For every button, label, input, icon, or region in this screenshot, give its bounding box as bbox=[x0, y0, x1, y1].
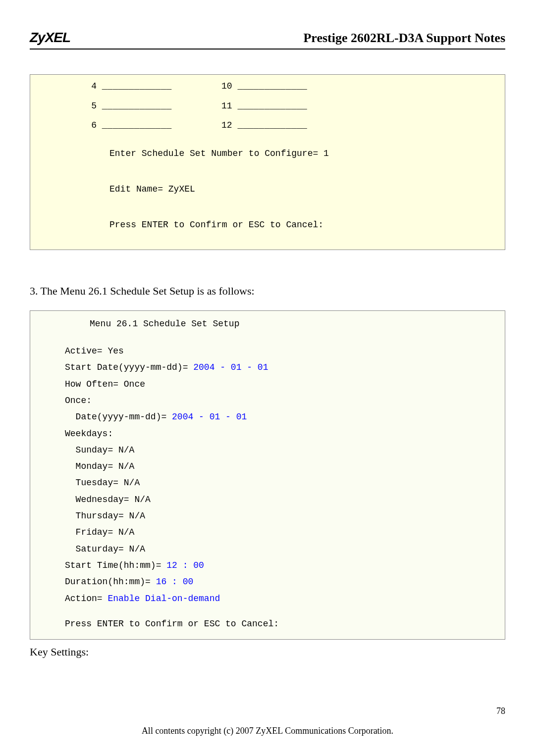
active-line: Active= Yes bbox=[30, 343, 505, 359]
page-number: 78 bbox=[496, 706, 505, 716]
weekday-line: Sunday= N/A bbox=[30, 442, 505, 458]
schedule-row: 4 _____________ 10 _____________ bbox=[88, 77, 505, 97]
row-fill: _____________ bbox=[102, 120, 171, 130]
schedule-row: 6 _____________ 12 _____________ bbox=[88, 116, 505, 136]
duration-label: Duration(hh:mm)= bbox=[65, 577, 156, 587]
row-fill: _____________ bbox=[102, 81, 171, 91]
start-time-label: Start Time(hh:mm)= bbox=[65, 560, 166, 570]
schedule-text-lines: Enter Schedule Set Number to Configure= … bbox=[30, 136, 505, 243]
schedule-configure-line: Enter Schedule Set Number to Configure= … bbox=[109, 136, 505, 171]
header-title: Prestige 2602RL-D3A Support Notes bbox=[303, 31, 505, 46]
key-settings-heading: Key Settings: bbox=[30, 646, 505, 658]
schedule-set-list-box: 4 _____________ 10 _____________ 5 _____… bbox=[30, 74, 505, 250]
weekday-line: Thursday= N/A bbox=[30, 508, 505, 524]
weekdays-label-line: Weekdays: bbox=[30, 426, 505, 442]
start-date-value: 2004 - 01 - 01 bbox=[193, 362, 268, 372]
row-num: 10 bbox=[221, 81, 232, 91]
weekday-line: Monday= N/A bbox=[30, 458, 505, 475]
row-fill: _____________ bbox=[102, 101, 171, 111]
row-num: 12 bbox=[221, 120, 232, 130]
menu-title: Menu 26.1 Schedule Set Setup bbox=[30, 316, 505, 332]
weekday-line: Tuesday= N/A bbox=[30, 475, 505, 491]
page-header: ZyXEL Prestige 2602RL-D3A Support Notes bbox=[30, 30, 505, 50]
row-fill: _____________ bbox=[232, 120, 307, 130]
weekday-line: Saturday= N/A bbox=[30, 541, 505, 557]
once-label-line: Once: bbox=[30, 393, 505, 409]
logo: ZyXEL bbox=[30, 30, 70, 46]
once-date-value: 2004 - 01 - 01 bbox=[172, 412, 247, 422]
press-enter-line: Press ENTER to Confirm or ESC to Cancel: bbox=[109, 207, 505, 243]
body-paragraph: 3. The Menu 26.1 Schedule Set Setup is a… bbox=[30, 285, 505, 298]
row-fill: _____________ bbox=[232, 81, 307, 91]
once-date-line: Date(yyyy-mm-dd)= 2004 - 01 - 01 bbox=[30, 409, 505, 425]
duration-value: 16 : 00 bbox=[156, 577, 194, 587]
row-num: 11 bbox=[221, 101, 232, 111]
press-enter-line: Press ENTER to Confirm or ESC to Cancel: bbox=[30, 616, 505, 632]
row-num: 6 bbox=[88, 116, 97, 136]
how-often-line: How Often= Once bbox=[30, 376, 505, 393]
start-date-line: Start Date(yyyy-mm-dd)= 2004 - 01 - 01 bbox=[30, 359, 505, 376]
weekday-line: Wednesday= N/A bbox=[30, 492, 505, 508]
edit-name-line: Edit Name= ZyXEL bbox=[109, 171, 505, 207]
start-date-label: Start Date(yyyy-mm-dd)= bbox=[65, 362, 193, 372]
start-time-line: Start Time(hh:mm)= 12 : 00 bbox=[30, 557, 505, 574]
schedule-set-setup-box: Menu 26.1 Schedule Set Setup Active= Yes… bbox=[30, 310, 505, 640]
action-value: Enable Dial-on-demand bbox=[107, 594, 220, 604]
schedule-rows: 4 _____________ 10 _____________ 5 _____… bbox=[30, 77, 505, 136]
action-label: Action= bbox=[65, 594, 107, 604]
row-num: 5 bbox=[88, 97, 97, 116]
row-num: 4 bbox=[88, 77, 97, 97]
start-time-value: 12 : 00 bbox=[166, 560, 204, 570]
schedule-row: 5 _____________ 11 _____________ bbox=[88, 97, 505, 116]
row-fill: _____________ bbox=[232, 101, 307, 111]
footer-copyright: All contents copyright (c) 2007 ZyXEL Co… bbox=[0, 726, 535, 736]
once-date-label: Date(yyyy-mm-dd)= bbox=[65, 412, 172, 422]
duration-line: Duration(hh:mm)= 16 : 00 bbox=[30, 574, 505, 590]
action-line: Action= Enable Dial-on-demand bbox=[30, 591, 505, 607]
weekday-line: Friday= N/A bbox=[30, 524, 505, 541]
